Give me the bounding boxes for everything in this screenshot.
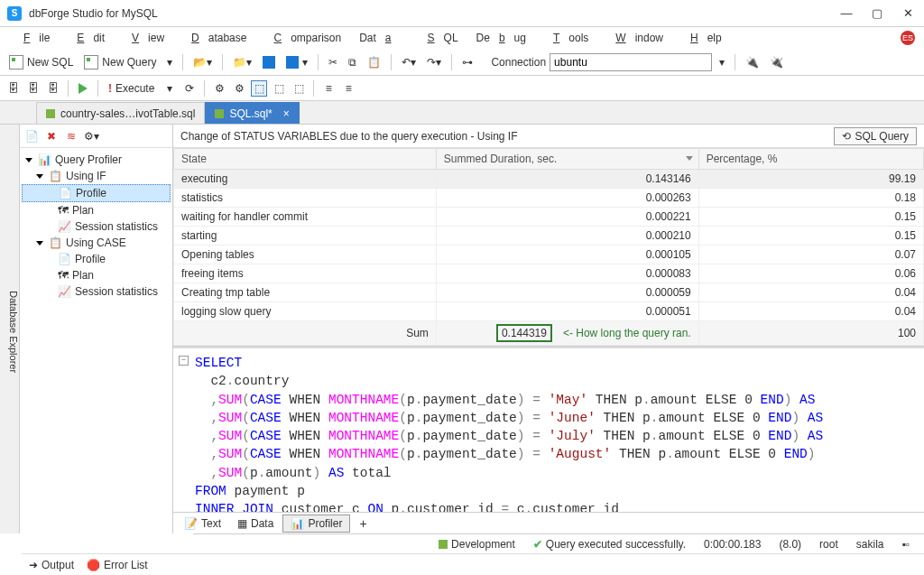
connection-icon[interactable]: ⊶ — [458, 54, 476, 70]
tab-label: SQL.sql* — [229, 107, 272, 120]
db-icon-3[interactable]: 🗄 — [45, 80, 61, 97]
indent-icon[interactable]: ≡ — [320, 80, 337, 97]
cell-state: Opening tables — [174, 246, 437, 264]
dropdown-icon[interactable]: ▾ — [163, 54, 176, 70]
table-row[interactable]: executing0.14314699.19 — [174, 170, 924, 189]
cell-state: Creating tmp table — [174, 283, 437, 302]
tree-item-plan[interactable]: 🗺 Plan — [22, 202, 171, 218]
tool-icon-5[interactable]: ⬚ — [291, 80, 307, 97]
menu-file[interactable]: File — [5, 30, 59, 46]
db-icon-2[interactable]: 🗄 — [25, 80, 42, 97]
tab-profiler[interactable]: 📊 Profiler — [282, 515, 350, 533]
menu-sql[interactable]: SQL — [410, 30, 467, 46]
sum-duration: 0.144319<- How long the query ran. — [436, 321, 698, 346]
paste-button[interactable]: 📋 — [364, 54, 384, 70]
tree-group-using-if[interactable]: 📋 Using IF — [22, 168, 171, 184]
dropdown-2-icon[interactable]: ▾ — [162, 80, 178, 97]
tree-group-using-case[interactable]: 📋 Using CASE — [22, 235, 171, 251]
connection-select[interactable] — [550, 53, 712, 71]
tree-root[interactable]: 📊 Query Profiler — [22, 152, 171, 168]
plug-icon[interactable]: 🔌 — [742, 54, 762, 70]
table-row[interactable]: Opening tables0.0001050.07 — [174, 246, 924, 264]
tree-item-profile-2[interactable]: 📄 Profile — [22, 251, 171, 267]
close-button[interactable]: ✕ — [899, 7, 917, 19]
tree-item-profile[interactable]: 📄 Profile — [22, 184, 171, 202]
table-row[interactable]: waiting for handler commit0.0002210.15 — [174, 208, 924, 227]
disconnect-icon[interactable]: 🔌̸ — [766, 54, 787, 70]
menu-comparison[interactable]: Comparison — [255, 30, 350, 46]
tab-close-icon[interactable]: × — [283, 107, 290, 120]
menu-window[interactable]: Window — [597, 30, 672, 46]
sql-editor[interactable]: −SELECT c2.country ,SUM(CASE WHEN MONTHN… — [173, 347, 924, 512]
menu-help[interactable]: Help — [672, 30, 731, 46]
error-list-tab[interactable]: 🛑 Error List — [87, 559, 148, 571]
save-button[interactable] — [259, 54, 279, 70]
cell-state: logging slow query — [174, 302, 437, 321]
tab-data[interactable]: ▦ Data — [230, 515, 281, 532]
tool-icon-3[interactable]: ⬚ — [251, 80, 267, 97]
profiler-delete-icon[interactable]: ✖ — [43, 128, 60, 144]
tool-icon-1[interactable]: ⚙ — [211, 80, 227, 97]
open-button[interactable]: 📂▾ — [189, 54, 216, 70]
content-title: Change of STATUS VARIABLES due to the qu… — [180, 130, 834, 143]
table-row[interactable]: Creating tmp table0.0000590.04 — [174, 283, 924, 302]
col-state[interactable]: State — [174, 149, 437, 170]
db-icon-1[interactable]: 🗄 — [5, 80, 22, 97]
table-row[interactable]: logging slow query0.0000510.04 — [174, 302, 924, 321]
file-status-icon — [46, 109, 55, 118]
new-query-button[interactable]: New Query — [80, 53, 160, 71]
execute-play-button[interactable] — [75, 80, 91, 97]
profiler-settings-icon[interactable]: ⚙▾ — [83, 128, 99, 144]
file-status-icon — [215, 109, 224, 118]
cell-duration: 0.000059 — [436, 283, 698, 302]
database-explorer-rail[interactable]: Database Explorer — [0, 125, 20, 533]
tab-text[interactable]: 📝 Text — [177, 515, 228, 532]
maximize-button[interactable]: ▢ — [868, 7, 886, 19]
menu-tools[interactable]: Tools — [535, 30, 597, 46]
menu-view[interactable]: View — [114, 30, 173, 46]
document-tab-active[interactable]: SQL.sql* × — [205, 102, 299, 124]
tool-icon-4[interactable]: ⬚ — [271, 80, 287, 97]
new-sql-button[interactable]: New SQL — [5, 53, 77, 71]
document-tabs: country-sales…ivotTable.sql SQL.sql* × — [0, 101, 924, 125]
save-all-button[interactable]: ▾ — [282, 54, 311, 70]
outdent-icon[interactable]: ≡ — [340, 80, 356, 97]
menu-database[interactable]: Database — [173, 30, 255, 46]
connection-dropdown-icon[interactable]: ▾ — [716, 54, 728, 70]
tree-item-session[interactable]: 📈 Session statistics — [22, 218, 171, 235]
table-row[interactable]: statistics0.0002630.18 — [174, 189, 924, 208]
open-file-button[interactable]: 📁▾ — [229, 54, 255, 70]
cell-pct: 0.15 — [698, 208, 923, 227]
tree-item-session-2[interactable]: 📈 Session statistics — [22, 283, 171, 300]
query-profiler-pane: 📄 ✖ ≋ ⚙▾ 📊 Query Profiler 📋 Using IF 📄 P… — [20, 125, 173, 533]
tree-item-plan-2[interactable]: 🗺 Plan — [22, 267, 171, 283]
minimize-button[interactable]: — — [837, 7, 855, 19]
menu-edit[interactable]: Edit — [59, 30, 114, 46]
execute-button[interactable]: !Execute — [105, 80, 158, 97]
menu-debug[interactable]: Debug — [467, 30, 535, 46]
cell-pct: 0.04 — [698, 283, 923, 302]
col-duration[interactable]: Summed Duration, sec. — [436, 149, 698, 170]
cell-duration: 0.000083 — [436, 264, 698, 283]
table-row[interactable]: starting0.0002100.15 — [174, 227, 924, 246]
copy-button[interactable]: ⧉ — [345, 54, 360, 70]
refresh-icon[interactable]: ⟳ — [181, 80, 198, 97]
menu-data[interactable]: Data — [350, 30, 409, 46]
profiler-tool-1[interactable]: 📄 — [23, 128, 40, 144]
sql-query-button[interactable]: ⟲ SQL Query — [834, 127, 917, 145]
undo-button[interactable]: ↶▾ — [398, 54, 420, 70]
fold-icon[interactable]: − — [179, 356, 189, 366]
status-toggle-icon[interactable]: ▪▫ — [892, 538, 919, 551]
tool-icon-2[interactable]: ⚙ — [231, 80, 247, 97]
cut-button[interactable]: ✂ — [325, 54, 341, 70]
output-tab[interactable]: ➜ Output — [29, 559, 74, 571]
sort-desc-icon — [686, 156, 693, 161]
table-row[interactable]: freeing items0.0000830.06 — [174, 264, 924, 283]
language-badge[interactable]: ES — [901, 31, 915, 45]
document-tab[interactable]: country-sales…ivotTable.sql — [36, 102, 205, 124]
col-percentage[interactable]: Percentage, % — [698, 149, 923, 170]
add-tab-button[interactable]: + — [352, 515, 374, 533]
redo-button[interactable]: ↷▾ — [423, 54, 445, 70]
results-grid: State Summed Duration, sec. Percentage, … — [173, 148, 924, 347]
profiler-diff-icon[interactable]: ≋ — [63, 128, 79, 144]
